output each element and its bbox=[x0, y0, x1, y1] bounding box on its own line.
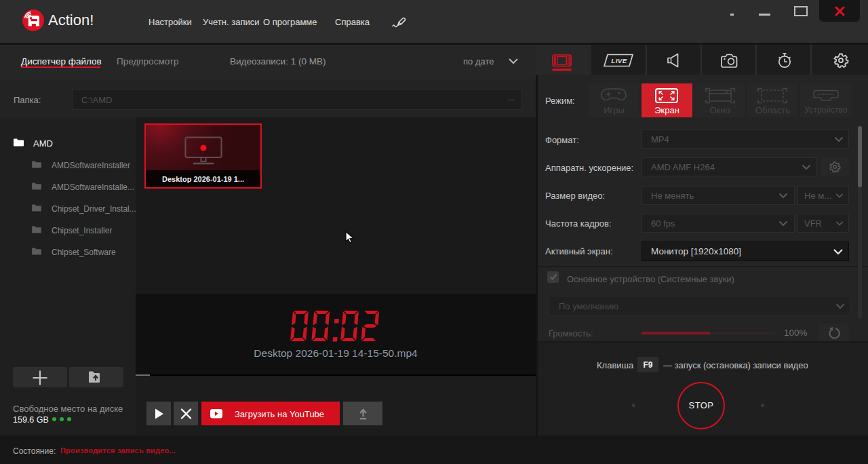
svg-text:LIVE: LIVE bbox=[611, 57, 627, 64]
